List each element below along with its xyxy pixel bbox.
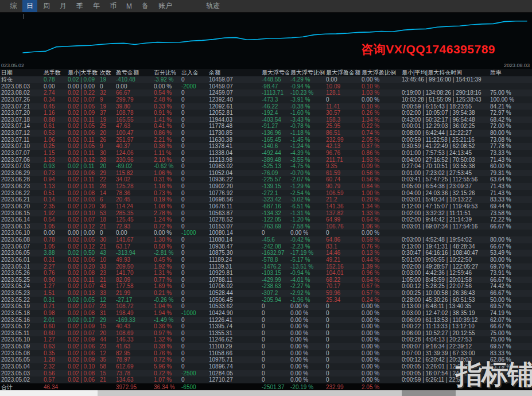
cell: 128.1 [325, 90, 360, 96]
table-row[interactable]: 2023.06.202.350.02 | 0.2036114.241.08 %0… [0, 203, 532, 210]
table-row[interactable]: 2023.05.042.320.02 | 0.1058612.695.96 %0… [0, 363, 532, 370]
cell: 0 [261, 350, 289, 357]
table-row[interactable]: 2023.06.231.130.02 | 0.1128125.281.16 %0… [0, 183, 532, 190]
table-row[interactable]: 2023.06.071.050.02 | 0.122163.170.58 %01… [0, 243, 532, 250]
cell: 0.02 | 0.07 [67, 96, 99, 103]
table-row[interactable]: 2023.06.140.540.02 | 0.0718125.451.24 %0… [0, 216, 532, 223]
column-header[interactable]: 次数 [99, 69, 115, 76]
menu-item-月[interactable]: 月 [56, 0, 71, 12]
cell: 0.71 [42, 303, 67, 310]
table-row[interactable]: 2023.07.100.250.02 | 0.05940.370.36 %011… [0, 143, 532, 150]
table-row[interactable]: 2023.07.111.060.02 | 0.1126251.972.21 %0… [0, 137, 532, 143]
column-header[interactable]: 最大浮亏金额 [261, 69, 289, 76]
cell: -763.69 [261, 223, 289, 230]
table-row[interactable]: 2023.06.151.920.02 | 0.1053285.352.78 %0… [0, 210, 532, 217]
menu-item-账户[interactable]: 账户 [154, 0, 176, 12]
menu-item-周[interactable]: 周 [39, 0, 54, 12]
column-header[interactable]: 最大浮盈比例 [360, 69, 401, 76]
total-row[interactable]: 合计46.343972.9536.34 %-6500-2501.37-20.19… [0, 383, 532, 391]
table-row[interactable]: 2023.06.080.780.02 | 0.0530141.671.30 %0… [0, 236, 532, 243]
scrollbar-thumb[interactable] [402, 390, 456, 396]
table-row[interactable]: 2023.07.140.610.02 | 0.052547.630.41 %01… [0, 123, 532, 130]
menu-item-币[interactable]: 币 [106, 0, 121, 12]
table-row[interactable]: 2023.06.131.050.02 | 0.122172.930.72 %01… [0, 223, 532, 230]
table-row[interactable]: 2023.06.290.730.02 | 0.0629115.821.06 %0… [0, 170, 532, 177]
table-row[interactable]: 2023.05.250.900.02 | 0.112182.090.77 %01… [0, 277, 532, 284]
table-row[interactable]: 2023.07.120.530.02 | 0.0620100.470.86 %0… [0, 130, 532, 137]
cell: 0.02 | 0.11 [67, 176, 99, 183]
cell: -0.94 % [289, 270, 325, 277]
table-row[interactable]: 持仓0.780.02 | 0.0919-410.48-3.92 %010459.… [0, 76, 532, 83]
horizontal-scrollbar[interactable] [0, 390, 532, 396]
menu-item-季[interactable]: 季 [72, 0, 87, 12]
table-row[interactable]: 2023.05.180.980.02 | 0.0831198.491.94 %-… [0, 310, 532, 317]
table-row[interactable]: 2023.07.260.340.02 | 0.079299.792.48 %01… [0, 96, 532, 103]
cell: 63.79 % [489, 363, 532, 370]
table-row[interactable]: 2023.06.100.000.00 | 0.0000.000.00 %-100… [0, 230, 532, 236]
menu-item-日[interactable]: 日 [22, 0, 37, 12]
column-header[interactable]: 胜率 [489, 69, 532, 76]
table-row[interactable]: 2023.08.022.740.02 | 0.223266.670.54 %01… [0, 90, 532, 96]
cell: 2023.07.03 [0, 163, 42, 170]
table-row[interactable]: 2023.05.162.010.02 | 0.1729-169.33-1.49 … [0, 317, 532, 324]
column-header[interactable]: 最大浮亏比例 [289, 69, 325, 76]
table-row[interactable]: 2023.05.220.310.02 | 0.0512-27.17-0.26 %… [0, 297, 532, 304]
cell: 0:04:00 | 27:16:52 | 70:50:03 [401, 157, 489, 164]
table-row[interactable]: 2023.06.280.940.02 | 0.112234.020.31 %01… [0, 176, 532, 183]
table-row[interactable]: 2023.08.030.000.00 | 0.0000.000.00 %-200… [0, 83, 532, 90]
cell: 0 [325, 376, 360, 383]
column-header[interactable]: 最大浮盈金额 [325, 69, 360, 76]
column-header[interactable]: 百分比% [153, 69, 180, 76]
column-header[interactable]: 总手数 [42, 69, 67, 76]
table-row[interactable]: 2023.05.080.350.02 | 0.061282.950.76 %01… [0, 350, 532, 357]
table-row[interactable]: 2023.05.120.600.02 | 0.091540.430.36 %01… [0, 323, 532, 330]
table-row[interactable]: 2023.05.101.270.02 | 0.0944146.331.32 %0… [0, 336, 532, 343]
table-row[interactable]: 2023.06.220.510.02 | 0.081478.360.73 %01… [0, 190, 532, 197]
cell: 0.00 | 0.00 [67, 230, 99, 236]
column-header[interactable]: 最小|平均|最大持仓时间 [401, 69, 489, 76]
column-header[interactable]: 盈亏金额 [115, 69, 153, 76]
cell: 0 [325, 356, 360, 363]
cell: 63.64 % [489, 176, 532, 183]
cell: -13.51 % [289, 263, 325, 270]
menu-item-M[interactable]: M [122, 1, 136, 11]
cell: 20 [99, 130, 115, 137]
table-row[interactable]: 2023.05.190.710.02 | 0.0723108.721.04 %0… [0, 303, 532, 310]
cell: -1000 [180, 310, 208, 317]
cell: 69.57 % [489, 303, 532, 310]
cell: 0.02 | 0.20 [67, 203, 99, 210]
cell: 2.01 [42, 317, 67, 324]
table-row[interactable]: 2023.06.210.140.02 | 0.03620.450.19 %010… [0, 196, 532, 203]
column-header[interactable]: 日期 [0, 69, 42, 76]
table-row[interactable]: 2023.05.231.510.02 | 0.133321.990.21 %01… [0, 290, 532, 297]
table-row[interactable]: 2023.05.241.270.02 | 0.0743177.581.69 %0… [0, 283, 532, 290]
table-row[interactable]: 2023.07.201.160.02 | 0.0937108.780.91 %0… [0, 110, 532, 117]
table-row[interactable]: 2023.07.210.450.02 | 0.051939.800.33 %01… [0, 103, 532, 110]
cell: 11338.04 [208, 150, 261, 157]
cell: 72.22 % [489, 216, 532, 223]
cell: 0.00 % [360, 323, 401, 330]
column-header[interactable]: 余额 [208, 69, 261, 76]
table-row[interactable]: 2023.05.110.600.02 | 0.0720108.690.97 %0… [0, 330, 532, 337]
table-row[interactable]: 2023.05.260.760.02 | 0.0823141.701.31 %0… [0, 270, 532, 277]
table-row[interactable]: 2023.06.053.880.02 | 0.5043-313.94-2.81 … [0, 250, 532, 257]
table-row[interactable]: 2023.05.051.280.02 | 0.093578.970.72 %01… [0, 356, 532, 363]
table-row[interactable]: 2023.07.180.880.02 | 0.1119165.551.41 %0… [0, 117, 532, 123]
menu-item-年[interactable]: 年 [89, 0, 104, 12]
equity-chart[interactable]: 咨询VX/QQ1746395789 [0, 13, 532, 62]
table-row[interactable]: 2023.05.312.270.02 | 0.2033209.501.92 %0… [0, 263, 532, 270]
cell: 合计 [0, 383, 42, 391]
column-header[interactable]: 出入金 [180, 69, 208, 76]
menu-item-备[interactable]: 备 [138, 0, 153, 12]
cell: 1.00 % [360, 190, 401, 197]
table-row[interactable]: 2023.05.030.560.02 | 0.081573.780.72 %-2… [0, 370, 532, 377]
menu-item-综[interactable]: 综 [6, 0, 21, 12]
table-row[interactable]: 2023.05.090.630.02 | 0.062341.630.38 %01… [0, 343, 532, 350]
table-row[interactable]: 2023.07.071.150.02 | 0.1130124.061.11 %0… [0, 150, 532, 157]
table-row[interactable]: 2023.05.020.570.02 | 0.0621134.631.07 %0… [0, 376, 532, 383]
menu-item-轨迹[interactable]: 轨迹 [202, 0, 224, 12]
table-row[interactable]: 2023.07.061.230.02 | 0.1228230.962.10 %0… [0, 157, 532, 164]
table-row[interactable]: 2023.07.030.930.02 | 0.1120-69.02-0.62 %… [0, 163, 532, 170]
column-header[interactable]: 最小|大手数 [67, 69, 99, 76]
table-row[interactable]: 2023.06.010.310.02 | 0.061049.930.45 %01… [0, 257, 532, 263]
